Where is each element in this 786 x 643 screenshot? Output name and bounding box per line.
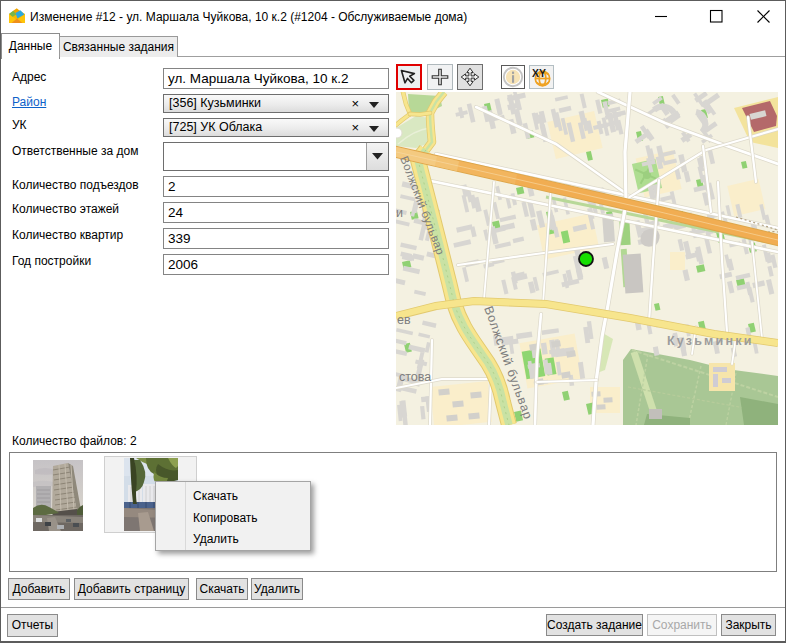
svg-text:XY: XY — [532, 67, 547, 80]
svg-text:и: и — [396, 206, 403, 220]
svg-text:ев: ев — [397, 313, 411, 327]
svg-text:стова: стова — [399, 370, 431, 384]
svg-text:Кузьминки: Кузьминки — [667, 334, 754, 348]
